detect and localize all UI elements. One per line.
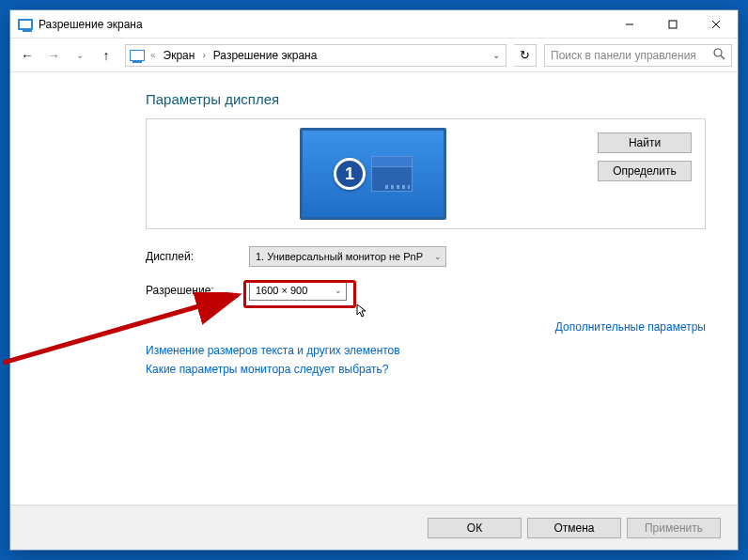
chevron-down-icon: ⌄ <box>335 286 342 295</box>
chevron-left-icon: « <box>150 50 156 60</box>
search-input[interactable]: Поиск в панели управления <box>544 44 732 67</box>
address-bar[interactable]: « Экран › Разрешение экрана ⌄ <box>125 44 506 67</box>
window-title: Разрешение экрана <box>39 18 608 31</box>
svg-point-4 <box>714 49 722 56</box>
chevron-right-icon: › <box>202 50 205 60</box>
close-button[interactable] <box>694 10 738 39</box>
breadcrumb-root[interactable]: Экран <box>162 49 197 62</box>
display-dropdown[interactable]: 1. Универсальный монитор не PnP ⌄ <box>249 246 446 267</box>
monitor-grid-icon <box>371 156 413 192</box>
monitor-number-badge: 1 <box>334 158 366 190</box>
navigation-bar: ← → ⌄ ↑ « Экран › Разрешение экрана ⌄ ↻ … <box>10 39 738 72</box>
address-dropdown[interactable]: ⌄ <box>489 50 504 60</box>
refresh-button[interactable]: ↻ <box>514 44 537 67</box>
advanced-settings-link[interactable]: Дополнительные параметры <box>555 320 706 334</box>
monitor-preview[interactable]: 1 <box>160 132 586 215</box>
identify-button[interactable]: Определить <box>598 161 692 181</box>
chevron-down-icon: ⌄ <box>434 252 442 261</box>
titlebar: Разрешение экрана <box>10 10 738 39</box>
resolution-dropdown[interactable]: 1600 × 900 ⌄ <box>249 280 347 301</box>
screen-icon <box>130 50 145 61</box>
forward-button[interactable]: → <box>42 44 65 67</box>
text-size-link[interactable]: Изменение размеров текста и других элеме… <box>146 344 400 357</box>
display-value: 1. Универсальный монитор не PnP <box>256 251 423 262</box>
screen-icon <box>18 19 33 30</box>
help-link[interactable]: Какие параметры монитора следует выбрать… <box>146 363 389 376</box>
ok-button[interactable]: ОК <box>428 518 522 538</box>
monitor-icon: 1 <box>300 128 446 220</box>
svg-rect-1 <box>669 21 677 28</box>
find-button[interactable]: Найти <box>598 132 692 153</box>
search-icon <box>713 48 725 63</box>
maximize-button[interactable] <box>651 10 694 39</box>
cancel-button[interactable]: Отмена <box>527 518 621 538</box>
back-button[interactable]: ← <box>16 44 39 67</box>
search-placeholder: Поиск в панели управления <box>551 49 713 62</box>
svg-line-5 <box>721 55 725 59</box>
apply-button: Применить <box>627 518 721 538</box>
display-label: Дисплей: <box>146 250 249 263</box>
recent-dropdown[interactable]: ⌄ <box>69 44 91 67</box>
content-area: Параметры дисплея 1 Найти Определить Дис… <box>10 72 738 395</box>
window-frame: Разрешение экрана ← → ⌄ ↑ « Экран › Разр… <box>9 9 739 551</box>
breadcrumb-page[interactable]: Разрешение экрана <box>211 49 319 62</box>
monitor-preview-frame: 1 Найти Определить <box>146 118 706 229</box>
up-button[interactable]: ↑ <box>95 44 117 67</box>
dialog-footer: ОК Отмена Применить <box>10 505 738 550</box>
page-heading: Параметры дисплея <box>146 91 706 107</box>
resolution-value: 1600 × 900 <box>256 285 307 296</box>
resolution-label: Разрешение: <box>146 284 249 297</box>
minimize-button[interactable] <box>608 10 651 39</box>
